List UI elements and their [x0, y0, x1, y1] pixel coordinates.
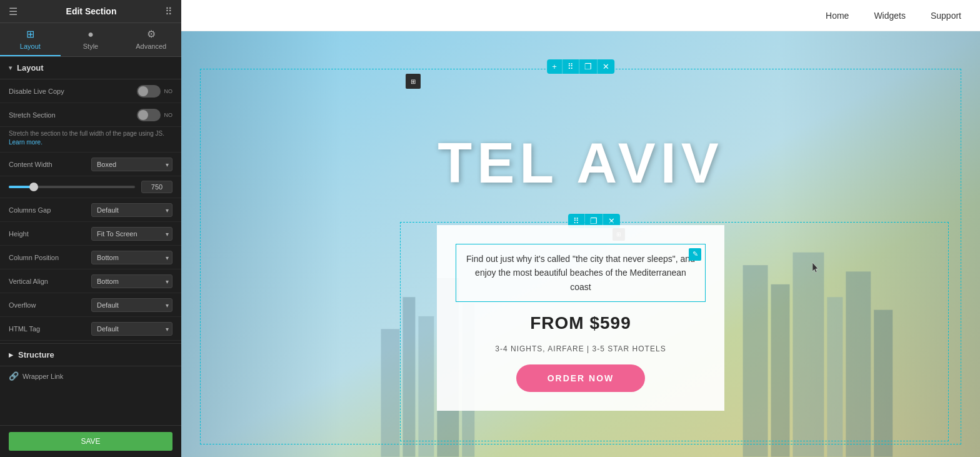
column-position-label: Column Position	[9, 254, 91, 261]
width-slider-thumb[interactable]	[29, 183, 38, 191]
vertical-align-row: Vertical Align Bottom Top ▾	[0, 269, 181, 293]
content-width-select-wrap: Boxed Full Width ▾	[91, 158, 172, 171]
html-tag-select[interactable]: Default header footer	[91, 322, 172, 336]
grid-icon[interactable]: ⠿	[165, 6, 172, 18]
structure-section-header[interactable]: ▸ Structure	[0, 343, 181, 366]
price-text: FROM $599	[530, 313, 631, 333]
columns-gap-row: Columns Gap Default None ▾	[0, 198, 181, 222]
stretch-desc-text: Stretch the section to the full width of…	[9, 130, 164, 137]
tab-advanced[interactable]: ⚙ Advanced	[121, 23, 181, 56]
stretch-learn-more-link[interactable]: Learn more.	[9, 139, 42, 146]
panel-header-icons: ⠿	[165, 6, 172, 18]
link-icon: 🔗	[9, 371, 19, 381]
wrapper-link-row[interactable]: 🔗 Wrapper Link	[0, 366, 181, 386]
disable-live-copy-value: NO	[164, 88, 173, 94]
vertical-align-label: Vertical Align	[9, 278, 91, 285]
disable-live-copy-toggle-wrap: NO	[137, 85, 173, 98]
panel-title: Edit Section	[66, 6, 117, 16]
column-position-select[interactable]: Bottom Top	[91, 251, 172, 264]
stretch-desc: Stretch the section to the full width of…	[0, 127, 181, 153]
section-close-btn[interactable]: ✕	[598, 59, 614, 74]
columns-gap-select-wrap: Default None ▾	[91, 203, 172, 217]
columns-gap-label: Columns Gap	[9, 206, 91, 214]
panel-body: ▾ Layout Disable Live Copy NO Stretch Se…	[0, 57, 181, 425]
height-select[interactable]: Fit To Screen Default	[91, 227, 172, 241]
layout-tab-label: Layout	[20, 43, 41, 50]
nav-widgets[interactable]: Widgets	[874, 11, 906, 21]
section-move-btn[interactable]: ⠿	[562, 59, 579, 74]
width-slider-input[interactable]	[141, 181, 172, 193]
stretch-section-label: Stretch Section	[9, 111, 137, 119]
nav-home[interactable]: Home	[826, 11, 849, 21]
right-area: Home Widgets Support + ⠿	[181, 0, 980, 457]
panel-footer: SAVE	[0, 425, 181, 457]
layout-arrow-icon: ▾	[9, 64, 12, 71]
order-now-button[interactable]: ORDER NOW	[516, 364, 646, 392]
html-tag-label: HTML Tag	[9, 325, 91, 333]
save-button[interactable]: SAVE	[9, 432, 172, 451]
style-tab-label: Style	[83, 43, 98, 50]
html-tag-row: HTML Tag Default header footer ▾	[0, 317, 181, 341]
section-handle[interactable]: ⊞	[406, 74, 421, 89]
hamburger-icon[interactable]: ☰	[9, 6, 18, 18]
section-copy-btn[interactable]: ❐	[579, 59, 598, 74]
vertical-align-select-wrap: Bottom Top ▾	[91, 274, 172, 288]
nights-text: 3-4 NIGHTS, AIRFARE | 3-5 STAR HOTELS	[495, 344, 666, 353]
panel-header: ☰ Edit Section ⠿	[0, 0, 181, 23]
column-position-row: Column Position Bottom Top ▾	[0, 246, 181, 269]
text-edit-icon[interactable]: ✎	[689, 248, 701, 261]
stretch-section-value: NO	[164, 112, 173, 118]
height-row: Height Fit To Screen Default ▾	[0, 222, 181, 246]
width-slider-track[interactable]	[9, 186, 135, 188]
width-slider-row	[0, 176, 181, 198]
content-width-select[interactable]: Boxed Full Width	[91, 158, 172, 171]
layout-section-header[interactable]: ▾ Layout	[0, 57, 181, 79]
overflow-select-wrap: Default Hidden ▾	[91, 298, 172, 312]
left-panel: ☰ Edit Section ⠿ ⊞ Layout ● Style ⚙ Adva…	[0, 0, 181, 457]
content-card: Find out just why it's called "the city …	[437, 225, 724, 411]
height-select-wrap: Fit To Screen Default ▾	[91, 227, 172, 241]
stretch-section-row: Stretch Section NO	[0, 103, 181, 127]
stretch-section-toggle-wrap: NO	[137, 109, 173, 121]
html-tag-select-wrap: Default header footer ▾	[91, 322, 172, 336]
layout-tab-icon: ⊞	[26, 28, 34, 40]
column-position-select-wrap: Bottom Top ▾	[91, 251, 172, 264]
section-add-btn[interactable]: +	[547, 59, 562, 74]
disable-live-copy-toggle[interactable]	[137, 85, 161, 98]
tab-style[interactable]: ● Style	[61, 23, 121, 56]
stretch-section-toggle[interactable]	[137, 109, 161, 121]
section-toolbar-top: + ⠿ ❐ ✕	[547, 59, 614, 74]
layout-section-label: Layout	[17, 63, 44, 73]
content-width-row: Content Width Boxed Full Width ▾	[0, 153, 181, 176]
advanced-tab-label: Advanced	[136, 43, 166, 50]
disable-live-copy-row: Disable Live Copy NO	[0, 79, 181, 103]
overflow-select[interactable]: Default Hidden	[91, 298, 172, 312]
overflow-label: Overflow	[9, 301, 91, 309]
nav-support[interactable]: Support	[931, 11, 961, 21]
height-label: Height	[9, 230, 91, 238]
tab-layout[interactable]: ⊞ Layout	[0, 23, 61, 56]
structure-section-label: Structure	[18, 350, 54, 359]
columns-gap-select[interactable]: Default None	[91, 203, 172, 217]
vertical-align-select[interactable]: Bottom Top	[91, 274, 172, 288]
overflow-row: Overflow Default Hidden ▾	[0, 293, 181, 317]
panel-tabs: ⊞ Layout ● Style ⚙ Advanced	[0, 23, 181, 57]
advanced-tab-icon: ⚙	[147, 28, 156, 40]
wrapper-link-label: Wrapper Link	[22, 373, 63, 380]
description-text-box: Find out just why it's called "the city …	[456, 244, 706, 302]
disable-live-copy-label: Disable Live Copy	[9, 88, 137, 95]
style-tab-icon: ●	[88, 29, 94, 40]
canvas: + ⠿ ❐ ✕ ⊞ TEL AVIV ⠿ ❐ ✕ ⊞ Find out just…	[181, 31, 980, 457]
top-nav: Home Widgets Support	[181, 0, 980, 31]
content-width-label: Content Width	[9, 161, 91, 168]
structure-arrow-icon: ▸	[9, 350, 13, 359]
description-text: Find out just why it's called "the city …	[466, 254, 695, 292]
